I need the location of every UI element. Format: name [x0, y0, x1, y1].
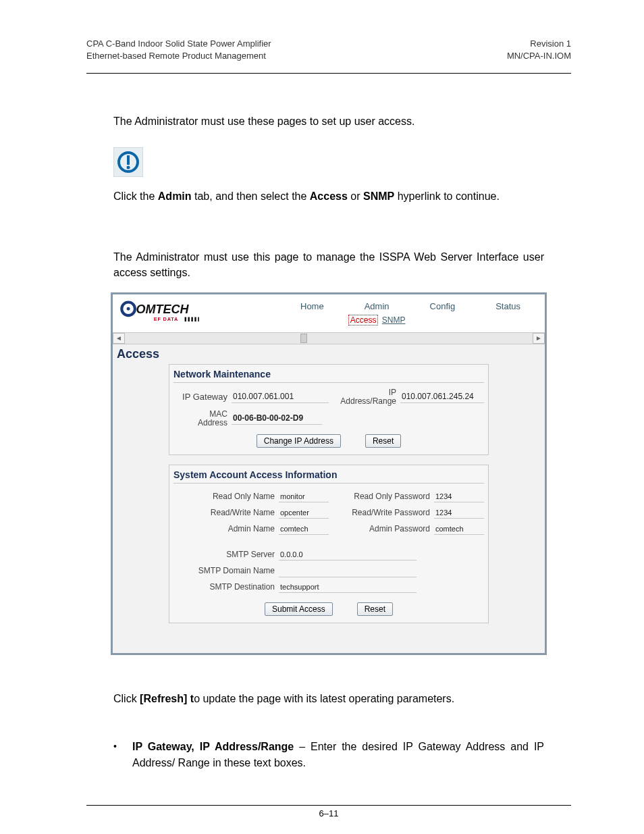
network-maintenance-panel: Network Maintenance IP Gateway 010.007.0…	[169, 364, 489, 455]
scroll-left-icon[interactable]: ◄	[113, 333, 125, 344]
svg-rect-8	[185, 317, 186, 321]
svg-text:OMTECH: OMTECH	[136, 303, 190, 316]
read-write-password-field[interactable]: 1234	[434, 507, 484, 519]
smtp-domain-label: SMTP Domain Name	[173, 567, 279, 575]
intro-paragraph-1: The Administrator must use these pages t…	[113, 114, 544, 129]
svg-rect-11	[194, 317, 196, 321]
ip-address-range-field[interactable]: 010.007.061.245.24	[400, 390, 484, 403]
footer-rule	[86, 805, 571, 806]
subtab-access[interactable]: Access	[348, 315, 379, 325]
admin-name-field[interactable]: comtech	[279, 523, 329, 535]
svg-point-3	[127, 165, 130, 169]
header-left-line1: CPA C-Band Indoor Solid State Power Ampl…	[86, 38, 271, 50]
reset-access-button[interactable]: Reset	[357, 602, 393, 616]
header-right: Revision 1 MN/CPA-IN.IOM	[507, 38, 571, 62]
admin-password-field[interactable]: comtech	[434, 523, 484, 535]
bullet-item: • IP Gateway, IP Address/Range – Enter t…	[113, 739, 544, 771]
svg-text:EF DATA: EF DATA	[154, 316, 179, 322]
screenshot-panel: OMTECH EF DATA Home Admin Acce	[111, 292, 547, 655]
scroll-thumb[interactable]	[300, 334, 307, 343]
ip-gateway-label: IP Gateway	[173, 392, 232, 402]
tab-admin[interactable]: Admin	[344, 298, 410, 314]
refresh-paragraph: Click [Refresh] to update the page with …	[113, 692, 544, 706]
header-right-line1: Revision 1	[507, 38, 571, 50]
logo: OMTECH EF DATA	[113, 294, 280, 332]
read-write-name-label: Read/Write Name	[173, 509, 279, 517]
mac-address-value: 00-06-B0-00-02-D9	[232, 412, 322, 425]
bullet-icon: •	[113, 739, 132, 771]
read-only-password-label: Read Only Password	[329, 492, 434, 501]
info-icon	[113, 147, 143, 177]
tab-config[interactable]: Config	[410, 298, 476, 314]
svg-rect-10	[191, 317, 192, 321]
svg-rect-12	[198, 317, 199, 321]
page-number: 6–11	[86, 808, 571, 818]
bullet-heading: IP Gateway, IP Address/Range	[132, 741, 294, 752]
svg-rect-2	[127, 155, 130, 165]
read-write-password-label: Read/Write Password	[329, 509, 434, 517]
read-write-name-field[interactable]: opcenter	[279, 507, 329, 519]
header-left-line2: Ethernet-based Remote Product Management	[86, 50, 271, 62]
header-left: CPA C-Band Indoor Solid State Power Ampl…	[86, 38, 271, 62]
read-only-password-field[interactable]: 1234	[434, 491, 484, 502]
read-only-name-label: Read Only Name	[173, 492, 279, 501]
intro-paragraph-2: Click the Admin tab, and then select the…	[113, 189, 544, 204]
smtp-domain-field[interactable]	[279, 565, 417, 577]
system-account-panel: System Account Access Information Read O…	[169, 465, 489, 623]
smtp-server-label: SMTP Server	[173, 550, 279, 559]
read-only-name-field[interactable]: monitor	[279, 491, 329, 502]
header-right-line2: MN/CPA-IN.IOM	[507, 50, 571, 62]
horizontal-scrollbar[interactable]: ◄ ►	[113, 333, 545, 344]
subtab-snmp[interactable]: SNMP	[382, 315, 406, 325]
panel1-title: Network Maintenance	[173, 369, 484, 383]
scroll-right-icon[interactable]: ►	[533, 333, 545, 344]
tab-status[interactable]: Status	[475, 298, 541, 314]
panel2-title: System Account Access Information	[173, 469, 484, 484]
admin-password-label: Admin Password	[329, 525, 434, 533]
mac-address-label: MAC Address	[173, 410, 232, 427]
intro-paragraph-3: The Administrator must use this page to …	[113, 250, 544, 280]
tab-home[interactable]: Home	[280, 298, 344, 314]
page-title: Access	[113, 346, 545, 364]
change-ip-address-button[interactable]: Change IP Address	[257, 434, 341, 448]
smtp-destination-label: SMTP Destination	[173, 583, 279, 592]
ip-gateway-field[interactable]: 010.007.061.001	[232, 390, 329, 403]
smtp-server-field[interactable]: 0.0.0.0	[279, 549, 417, 561]
reset-network-button[interactable]: Reset	[365, 434, 401, 448]
smtp-destination-field[interactable]: techsupport	[279, 581, 417, 593]
ip-address-range-label: IP Address/Range	[329, 388, 400, 405]
svg-rect-9	[188, 317, 189, 321]
admin-name-label: Admin Name	[173, 525, 279, 533]
submit-access-button[interactable]: Submit Access	[265, 602, 333, 616]
header-rule	[86, 73, 571, 74]
svg-point-5	[127, 307, 130, 311]
